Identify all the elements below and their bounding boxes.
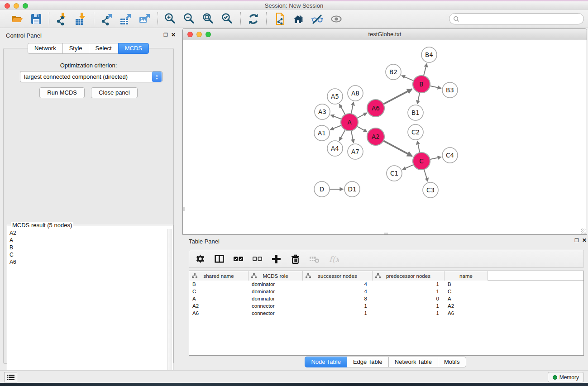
tab-edge-table[interactable]: Edge Table xyxy=(347,357,389,367)
zoom-out-icon[interactable] xyxy=(182,12,197,26)
memory-button[interactable]: Memory xyxy=(548,372,584,382)
float-panel-icon[interactable]: ❐ xyxy=(163,32,168,38)
deselect-all-icon[interactable] xyxy=(252,253,263,265)
graph-node-A4[interactable]: A4 xyxy=(327,141,343,156)
import-network-icon[interactable] xyxy=(55,12,69,26)
zoom-selected-icon[interactable] xyxy=(220,12,235,26)
tab-style[interactable]: Style xyxy=(62,43,89,54)
hide-details-icon[interactable] xyxy=(310,12,325,26)
graph-edge-A-A2[interactable] xyxy=(357,126,367,132)
graph-edge-B-B3[interactable] xyxy=(430,86,441,88)
graph-edge-A-A5[interactable] xyxy=(339,105,345,115)
search-input[interactable] xyxy=(459,14,583,24)
graph-node-B3[interactable]: B3 xyxy=(442,82,458,98)
zoom-fit-icon[interactable] xyxy=(201,12,216,26)
run-mcds-button[interactable]: Run MCDS xyxy=(39,87,85,98)
table-row[interactable]: A6connector11A6 xyxy=(189,310,583,317)
criterion-dropdown[interactable]: largest connected component (directed) ▲… xyxy=(20,71,163,82)
delete-column-icon[interactable] xyxy=(290,253,301,265)
split-panel-icon[interactable] xyxy=(214,253,225,265)
table-row[interactable]: Adominator80A xyxy=(189,295,583,302)
graph-edge-A-A4[interactable] xyxy=(339,130,345,141)
mcds-result-scrollbar[interactable] xyxy=(167,229,172,379)
graph-edge-A-A6[interactable] xyxy=(357,113,367,118)
graph-node-A6[interactable]: A6 xyxy=(367,100,384,117)
export-image-icon[interactable] xyxy=(138,12,152,26)
mcds-result-item[interactable]: B xyxy=(10,244,16,251)
column-header-name[interactable]: name xyxy=(445,271,488,281)
refresh-layout-icon[interactable] xyxy=(246,12,261,26)
graph-node-A3[interactable]: A3 xyxy=(315,104,330,119)
graph-node-B1[interactable]: B1 xyxy=(408,105,423,120)
graph-edge-A-A7[interactable] xyxy=(351,131,354,143)
node-table[interactable]: shared nameMCDS rolesuccessor nodesprede… xyxy=(189,271,584,356)
select-all-icon[interactable] xyxy=(233,253,244,265)
table-close-icon[interactable]: ✕ xyxy=(582,237,587,243)
graph-edge-A-A1[interactable] xyxy=(330,125,342,130)
settings-gear-icon[interactable] xyxy=(195,253,206,265)
graph-node-C3[interactable]: C3 xyxy=(423,182,438,198)
open-file-icon[interactable] xyxy=(10,12,24,26)
table-row[interactable]: Cdominator41C xyxy=(189,288,583,295)
import-table-icon[interactable] xyxy=(74,12,88,26)
column-header-MCDS-role[interactable]: MCDS role xyxy=(249,271,303,281)
add-column-icon[interactable] xyxy=(271,253,282,265)
task-history-button[interactable] xyxy=(4,372,17,382)
tab-select[interactable]: Select xyxy=(89,43,119,54)
graph-node-C1[interactable]: C1 xyxy=(387,166,402,181)
graph-node-B[interactable]: B xyxy=(413,76,430,93)
graph-edge-C-C4[interactable] xyxy=(430,157,441,159)
mcds-result-item[interactable]: A6 xyxy=(10,258,16,266)
home-icon[interactable] xyxy=(291,12,306,26)
graph-node-D1[interactable]: D1 xyxy=(344,181,360,197)
graph-node-B2[interactable]: B2 xyxy=(386,64,401,80)
graph-node-B4[interactable]: B4 xyxy=(421,47,437,62)
graph-node-C4[interactable]: C4 xyxy=(442,148,458,163)
mcds-result-item[interactable]: C xyxy=(10,251,16,258)
graph-node-A5[interactable]: A5 xyxy=(327,89,343,104)
column-header-shared-name[interactable]: shared name xyxy=(189,271,249,281)
canvas-vscroll-stub[interactable] xyxy=(183,207,185,211)
graph-edge-B-B2[interactable] xyxy=(402,76,413,81)
graph-node-A7[interactable]: A7 xyxy=(348,144,363,159)
table-row[interactable]: A2connector11A2 xyxy=(189,302,583,310)
graph-node-D[interactable]: D xyxy=(314,181,330,197)
graph-edge-A6-B[interactable] xyxy=(383,89,412,104)
network-file-icon[interactable] xyxy=(272,12,287,26)
search-box[interactable] xyxy=(449,13,584,24)
graph-edge-A-A3[interactable] xyxy=(331,115,341,119)
graph-edge-A-A8[interactable] xyxy=(351,102,354,114)
table-float-icon[interactable]: ❐ xyxy=(574,238,579,243)
table-row[interactable]: Bdominator41B xyxy=(189,281,583,288)
tab-motifs[interactable]: Motifs xyxy=(438,357,466,367)
zoom-in-icon[interactable] xyxy=(163,12,178,26)
tab-node-table[interactable]: Node Table xyxy=(305,357,347,367)
graph-node-A1[interactable]: A1 xyxy=(314,125,330,141)
close-panel-icon[interactable]: ✕ xyxy=(171,32,176,38)
graph-edge-C-C2[interactable] xyxy=(417,141,420,153)
graph-edge-B-B4[interactable] xyxy=(424,63,427,76)
graph-node-A[interactable]: A xyxy=(341,114,358,131)
graph-node-A2[interactable]: A2 xyxy=(367,128,384,145)
mcds-result-item[interactable]: A2 xyxy=(10,229,16,237)
mcds-result-item[interactable]: A xyxy=(10,237,16,244)
graph-node-A8[interactable]: A8 xyxy=(348,86,363,101)
resize-grip-icon[interactable] xyxy=(581,229,586,234)
show-details-icon[interactable] xyxy=(329,12,344,26)
graph-node-C[interactable]: C xyxy=(413,152,430,170)
tab-mcds[interactable]: MCDS xyxy=(118,43,149,54)
graph-edge-C-C1[interactable] xyxy=(402,165,413,170)
canvas-hscroll-stub[interactable] xyxy=(384,233,388,234)
export-network-icon[interactable] xyxy=(100,12,114,26)
graph-edge-C-C3[interactable] xyxy=(424,169,428,181)
save-session-icon[interactable] xyxy=(29,12,43,26)
close-panel-button[interactable]: Close panel xyxy=(91,87,138,98)
network-canvas[interactable]: B4B2BB3A5A8A6B1A3AC2A1A2A4A7CC4C1C3DD1 xyxy=(183,40,587,234)
tab-network-table[interactable]: Network Table xyxy=(388,357,438,367)
column-header-predecessor-nodes[interactable]: predecessor nodes xyxy=(373,271,445,281)
tab-network[interactable]: Network xyxy=(28,43,63,54)
column-header-successor-nodes[interactable]: successor nodes xyxy=(303,271,373,281)
export-table-icon[interactable] xyxy=(119,12,133,26)
graph-edge-A2-C[interactable] xyxy=(383,141,412,156)
graph-node-C2[interactable]: C2 xyxy=(408,124,423,140)
